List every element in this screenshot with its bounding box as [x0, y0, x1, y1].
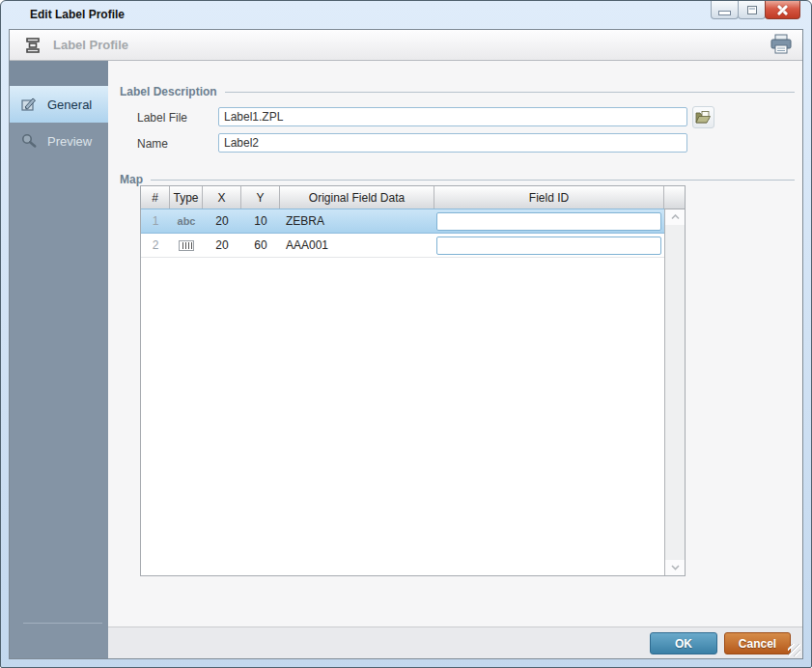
title-bar: Edit Label Profile [1, 1, 811, 29]
printer-icon [770, 34, 793, 55]
cell-y: 60 [241, 238, 280, 252]
cell-original-field-data: AAA001 [280, 238, 434, 252]
cell-field-id [434, 237, 664, 255]
maximize-button[interactable] [738, 1, 766, 19]
cancel-button[interactable]: Cancel [724, 632, 791, 654]
section-label-description: Label Description [120, 85, 795, 98]
close-button[interactable] [765, 1, 800, 19]
row-number: 1 [141, 214, 170, 228]
section-rule [151, 180, 795, 181]
caption-buttons [712, 1, 800, 19]
sidebar: General Preview [10, 61, 108, 658]
field-id-input[interactable] [436, 212, 661, 231]
cell-x: 20 [203, 214, 241, 228]
app-header: Label Profile [10, 30, 802, 61]
footer-bar: OK Cancel [108, 626, 802, 658]
sidebar-item-label: General [47, 97, 92, 112]
table-body: 1 abc 20 10 ZEBRA 2 [141, 209, 664, 575]
sidebar-item-label: Preview [47, 134, 92, 149]
section-rule [225, 92, 795, 93]
section-title: Map [120, 173, 143, 186]
sidebar-item-general[interactable]: General [10, 86, 108, 123]
dialog-body: Label Profile [9, 29, 803, 659]
sidebar-top-strip [10, 61, 108, 86]
section-title: Label Description [120, 85, 217, 98]
minimize-button[interactable] [711, 1, 739, 19]
ok-button[interactable]: OK [650, 632, 717, 654]
table-row[interactable]: 1 abc 20 10 ZEBRA [141, 209, 664, 234]
map-table: # Type X Y Original Field Data Field ID … [140, 185, 686, 576]
cell-y: 10 [241, 214, 280, 228]
vertical-scrollbar[interactable] [664, 209, 685, 575]
resize-grip[interactable] [788, 644, 800, 656]
cell-field-id [434, 212, 664, 231]
open-folder-icon [695, 110, 712, 125]
name-input[interactable] [218, 133, 687, 153]
column-header-spacer [664, 186, 685, 209]
section-map: Map [120, 173, 795, 186]
column-header-num[interactable]: # [141, 186, 170, 209]
table-header: # Type X Y Original Field Data Field ID [141, 186, 685, 209]
label-file-label: Label File [137, 111, 187, 125]
cell-x: 20 [203, 238, 241, 252]
text-type-icon: abc [170, 216, 203, 227]
barcode-type-icon [170, 240, 203, 251]
column-header-y[interactable]: Y [241, 186, 280, 209]
column-header-original[interactable]: Original Field Data [280, 186, 434, 209]
label-roll-icon [24, 37, 42, 58]
scroll-up-button[interactable] [665, 209, 685, 225]
window-title: Edit Label Profile [30, 8, 125, 21]
cell-original-field-data: ZEBRA [280, 214, 434, 228]
name-label: Name [137, 137, 168, 151]
magnifier-icon [18, 132, 40, 150]
chevron-up-icon [671, 214, 680, 220]
column-header-x[interactable]: X [203, 186, 241, 209]
edit-pencil-icon [18, 96, 40, 113]
dialog-window: Edit Label Profile Label Profile [0, 0, 812, 668]
field-id-input[interactable] [436, 237, 661, 255]
close-icon [777, 5, 788, 15]
label-file-input[interactable] [218, 107, 687, 126]
chevron-down-icon [671, 565, 680, 571]
table-row[interactable]: 2 20 60 AAA001 [141, 234, 664, 258]
minimize-icon [719, 12, 730, 14]
sidebar-item-preview[interactable]: Preview [10, 123, 108, 159]
page-title: Label Profile [53, 38, 128, 52]
column-header-field-id[interactable]: Field ID [434, 186, 664, 209]
main-panel: Label Description Label File Name Map [108, 61, 802, 658]
column-header-type[interactable]: Type [170, 186, 203, 209]
browse-file-button[interactable] [692, 106, 714, 128]
row-number: 2 [141, 238, 170, 252]
maximize-icon [747, 6, 757, 14]
sidebar-divider [23, 623, 102, 624]
scroll-down-button[interactable] [665, 560, 685, 575]
print-button[interactable] [769, 34, 794, 57]
